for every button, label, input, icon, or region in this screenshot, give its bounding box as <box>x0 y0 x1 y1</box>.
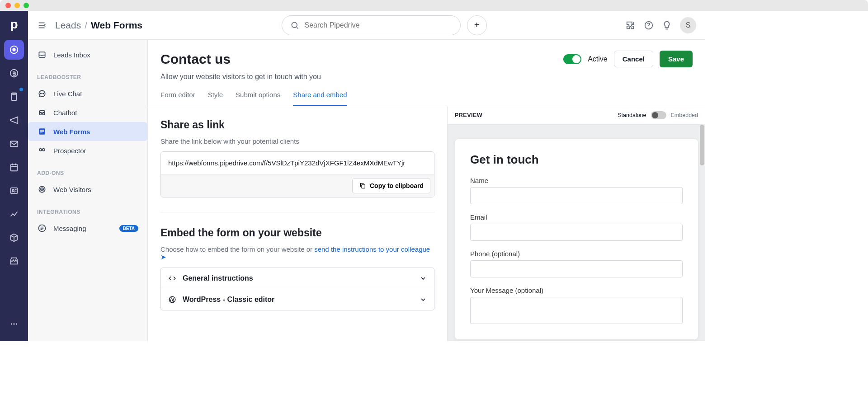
sidebar-item-web-forms[interactable]: Web Forms <box>28 122 147 141</box>
sidebar-item-messaging[interactable]: Messaging BETA <box>28 219 147 238</box>
sidebar-item-label: Messaging <box>53 225 86 232</box>
share-section-subtitle: Share the link below with your potential… <box>160 137 434 145</box>
svg-rect-21 <box>40 132 44 132</box>
rail-deals-icon[interactable] <box>4 63 24 83</box>
rail-projects-icon[interactable] <box>4 87 24 107</box>
window-maximize-icon[interactable] <box>24 3 29 8</box>
svg-point-10 <box>16 323 17 324</box>
search-input[interactable] <box>305 21 452 29</box>
sidebar-item-live-chat[interactable]: Live Chat <box>28 84 147 103</box>
preview-field-label: Email <box>470 213 683 221</box>
preview-mode-standalone[interactable]: Standalone <box>618 112 646 118</box>
svg-rect-5 <box>11 164 18 171</box>
preview-phone-input[interactable] <box>470 260 683 277</box>
sidebar-item-web-visitors[interactable]: Web Visitors <box>28 180 147 199</box>
search-icon <box>290 21 299 30</box>
preview-scrollbar[interactable] <box>700 125 704 165</box>
sidebar-item-label: Web Visitors <box>53 186 91 193</box>
tabs: Form editor Style Submit options Share a… <box>148 81 705 106</box>
sidebar-item-label: Prospector <box>53 147 86 155</box>
preview-form-title: Get in touch <box>470 153 683 167</box>
copy-to-clipboard-button[interactable]: Copy to clipboard <box>352 178 430 193</box>
svg-rect-22 <box>40 133 42 133</box>
svg-point-8 <box>11 323 12 324</box>
extensions-icon[interactable] <box>626 20 636 30</box>
window-close-icon[interactable] <box>5 3 11 8</box>
svg-point-23 <box>39 149 42 151</box>
rail-campaigns-icon[interactable] <box>4 110 24 130</box>
rail-more-icon[interactable] <box>4 314 24 334</box>
breadcrumb-separator: / <box>85 20 87 31</box>
svg-rect-4 <box>10 141 18 147</box>
sales-assistant-icon[interactable] <box>662 20 672 30</box>
svg-point-1 <box>13 48 15 51</box>
svg-point-9 <box>13 323 14 324</box>
share-link-url[interactable]: https://webforms.pipedrive.com/f/5VSlDzT… <box>161 152 434 174</box>
rail-products-icon[interactable] <box>4 228 24 248</box>
svg-point-18 <box>43 112 44 113</box>
svg-point-17 <box>41 112 42 113</box>
window-chrome <box>0 0 868 11</box>
help-icon[interactable] <box>644 20 654 30</box>
breadcrumb: Leads / Web Forms <box>55 20 142 31</box>
save-button[interactable]: Save <box>660 51 693 67</box>
share-section-title: Share as link <box>160 119 434 131</box>
copy-icon <box>359 182 366 189</box>
tab-submit-options[interactable]: Submit options <box>236 91 280 106</box>
chat-icon <box>37 89 47 99</box>
sidebar-item-chatbot[interactable]: Chatbot <box>28 103 147 122</box>
preview-field-label: Phone (optional) <box>470 250 683 258</box>
prospector-icon <box>37 146 47 155</box>
svg-point-11 <box>292 22 297 28</box>
embed-accordion: General instructions WordPress - Classic… <box>160 268 434 310</box>
active-toggle[interactable] <box>563 54 581 64</box>
share-embed-panel: Share as link Share the link below with … <box>148 106 448 341</box>
rail-mail-icon[interactable] <box>4 134 24 154</box>
preview-mode-toggle[interactable] <box>651 111 666 119</box>
breadcrumb-parent[interactable]: Leads <box>55 20 81 31</box>
preview-email-input[interactable] <box>470 224 683 241</box>
window-minimize-icon[interactable] <box>14 3 20 8</box>
rail-insights-icon[interactable] <box>4 204 24 224</box>
sidebar-collapse-icon[interactable] <box>37 20 47 30</box>
secondary-sidebar: Leads Inbox LEADBOOSTER Live Chat Chatbo… <box>28 40 148 341</box>
rail-activities-icon[interactable] <box>4 157 24 177</box>
tab-style[interactable]: Style <box>208 91 223 106</box>
radar-icon <box>37 184 47 194</box>
svg-rect-20 <box>40 130 44 131</box>
sidebar-heading-integrations: INTEGRATIONS <box>28 199 147 219</box>
preview-mode-embedded[interactable]: Embedded <box>671 112 698 118</box>
content-area: Contact us Active Cancel Save Allow your… <box>148 40 705 341</box>
search-field[interactable] <box>282 15 461 35</box>
breadcrumb-current: Web Forms <box>91 20 142 31</box>
accordion-general-instructions[interactable]: General instructions <box>161 268 434 289</box>
accordion-wordpress-classic[interactable]: WordPress - Classic editor <box>161 289 434 310</box>
preview-canvas: Get in touch Name Email Phone (optional)… <box>448 124 705 341</box>
chevron-down-icon <box>420 275 427 282</box>
plus-icon: + <box>474 20 480 30</box>
rail-leads-icon[interactable] <box>4 40 24 60</box>
preview-field-label: Your Message (optional) <box>470 286 683 294</box>
quick-add-button[interactable]: + <box>467 15 487 35</box>
rail-marketplace-icon[interactable] <box>4 251 24 271</box>
sidebar-item-prospector[interactable]: Prospector <box>28 141 147 160</box>
preview-message-textarea[interactable] <box>470 297 683 324</box>
page-title: Contact us <box>160 52 231 67</box>
user-avatar[interactable]: S <box>680 17 696 33</box>
bot-icon <box>37 108 47 117</box>
preview-label: PREVIEW <box>455 112 482 118</box>
embed-section-subtitle: Choose how to embed the form on your web… <box>160 245 434 261</box>
tab-form-editor[interactable]: Form editor <box>160 91 195 106</box>
sidebar-item-label: Chatbot <box>53 109 77 117</box>
sidebar-heading-leadbooster: LEADBOOSTER <box>28 64 147 84</box>
accordion-label: General instructions <box>183 274 253 282</box>
main-nav-rail: p <box>0 11 28 341</box>
copy-button-label: Copy to clipboard <box>370 182 424 189</box>
preview-name-input[interactable] <box>470 187 683 204</box>
sidebar-item-leads-inbox[interactable]: Leads Inbox <box>28 45 147 64</box>
rail-contacts-icon[interactable] <box>4 181 24 201</box>
cancel-button[interactable]: Cancel <box>614 51 653 67</box>
tab-share-embed[interactable]: Share and embed <box>293 91 347 106</box>
sidebar-item-label: Leads Inbox <box>53 51 90 59</box>
send-icon: ➤ <box>160 253 166 261</box>
